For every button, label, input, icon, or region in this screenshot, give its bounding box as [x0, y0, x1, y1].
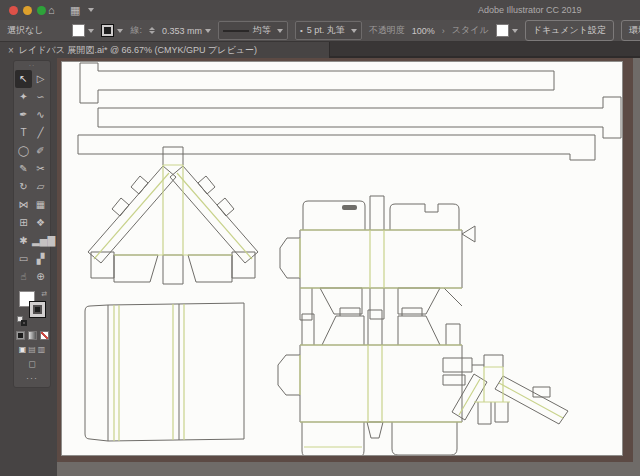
piece-tray-carton-top[interactable]: [280, 196, 475, 320]
style-dropdown[interactable]: [496, 24, 518, 37]
tool-ellipse[interactable]: ◯: [15, 142, 32, 160]
zoom-window-button[interactable]: [37, 6, 46, 15]
stroke-label: 線:: [130, 24, 142, 37]
preferences-button[interactable]: 環境設定: [621, 20, 640, 41]
document-tab[interactable]: × レイドバス 展開図.ai* @ 66.67% (CMYK/GPU プレビュー…: [0, 42, 330, 58]
pasteboard[interactable]: [57, 58, 633, 462]
piece-sleeve-wrap[interactable]: [85, 303, 244, 441]
tool-hand[interactable]: ☝: [15, 268, 32, 286]
stroke-width-value[interactable]: 0.353 mm: [162, 26, 202, 36]
opacity-more-icon[interactable]: ›: [442, 26, 445, 36]
default-fill-stroke-icon[interactable]: [17, 316, 27, 326]
color-type-row: [14, 331, 50, 340]
opacity-value[interactable]: 100%: [412, 26, 435, 36]
none-button[interactable]: [40, 331, 49, 340]
fill-swatch[interactable]: [72, 24, 85, 37]
stroke-swatch[interactable]: [101, 24, 114, 37]
horizontal-scrollbar[interactable]: [57, 462, 640, 476]
tool-type[interactable]: T: [15, 124, 32, 142]
tool-lasso[interactable]: ∽: [32, 88, 49, 106]
control-bar: 選択なし 線: 0.353 mm 均等 • 5 pt. 丸筆 不透明度 100%…: [0, 20, 640, 42]
piece-strap-long[interactable]: [78, 135, 595, 160]
chevron-down-icon: [117, 29, 123, 33]
fill-stroke-cluster: ⇄: [14, 290, 50, 328]
style-label: スタイル: [452, 24, 489, 37]
tool-curvature[interactable]: ∿: [32, 106, 49, 124]
tool-blend[interactable]: ❖: [32, 214, 49, 232]
stroke-proxy-swatch[interactable]: [29, 301, 46, 318]
tool-pen[interactable]: ✒: [15, 106, 32, 124]
piece-tray-carton-bottom[interactable]: [278, 308, 462, 455]
piece-triangle-carton[interactable]: [88, 147, 258, 284]
close-tab-icon[interactable]: ×: [8, 45, 14, 56]
tool-paintbrush[interactable]: ✐: [32, 142, 49, 160]
stroke-profile-preview: [223, 30, 249, 32]
edit-toolbar-button[interactable]: ···: [26, 373, 38, 383]
screen-mode-icon[interactable]: ◻: [28, 359, 35, 369]
tool-pencil[interactable]: ✎: [15, 160, 32, 178]
artboard-switcher-icon[interactable]: ▦: [70, 3, 80, 17]
chevron-down-icon: [88, 29, 94, 33]
chevron-down-icon: [512, 29, 518, 33]
tool-symbol-sprayer[interactable]: ✱: [15, 232, 32, 250]
tool-width[interactable]: ⋈: [15, 196, 32, 214]
chevron-down-icon: [351, 29, 357, 33]
tool-grid: ↖▷✦∽✒∿T╱◯✐✎✂↻▱⋈▦⊞❖✱▂▅▇▭▞☝⊕: [14, 70, 50, 286]
document-tab-title: レイドバス 展開図.ai* @ 66.67% (CMYK/GPU プレビュー): [19, 44, 257, 57]
draw-behind-mode-icon[interactable]: ▤: [28, 345, 36, 354]
home-icon[interactable]: ⌂: [48, 3, 55, 17]
drawing-modes-row: ▣ ▤ ▥: [14, 345, 50, 354]
tool-scale[interactable]: ▱: [32, 178, 49, 196]
piece-strap-right-tab[interactable]: [98, 97, 621, 138]
brush-preview-dot: •: [300, 26, 303, 35]
chevron-down-icon[interactable]: [88, 8, 94, 12]
color-button[interactable]: [16, 331, 25, 340]
tool-slice[interactable]: ▞: [32, 250, 49, 268]
document-setup-button[interactable]: ドキュメント設定: [525, 20, 614, 41]
tool-dock: ·· ↖▷✦∽✒∿T╱◯✐✎✂↻▱⋈▦⊞❖✱▂▅▇▭▞☝⊕ ⇄ ▣: [0, 58, 57, 476]
stroke-color-dropdown[interactable]: [101, 24, 123, 37]
main-area: ·· ↖▷✦∽✒∿T╱◯✐✎✂↻▱⋈▦⊞❖✱▂▅▇▭▞☝⊕ ⇄ ▣: [0, 58, 640, 476]
artboard[interactable]: [62, 62, 622, 455]
fill-color-dropdown[interactable]: [72, 24, 94, 37]
window-title: Adobe Illustrator CC 2019: [478, 5, 582, 15]
stroke-width-stepper[interactable]: [149, 27, 155, 34]
tab-bar: × レイドバス 展開図.ai* @ 66.67% (CMYK/GPU プレビュー…: [0, 42, 640, 58]
brush-value: 5 pt. 丸筆: [307, 24, 345, 37]
piece-strap-left-tab[interactable]: [80, 63, 554, 103]
tool-selection[interactable]: ↖: [15, 70, 32, 88]
brush-dropdown[interactable]: • 5 pt. 丸筆: [295, 21, 362, 40]
chevron-down-icon: [277, 29, 283, 33]
tool-panel: ·· ↖▷✦∽✒∿T╱◯✐✎✂↻▱⋈▦⊞❖✱▂▅▇▭▞☝⊕ ⇄ ▣: [13, 60, 51, 388]
dieline-artwork: [62, 62, 622, 455]
titlebar: ⌂ ▦ Adobe Illustrator CC 2019: [0, 0, 640, 20]
minimize-window-button[interactable]: [23, 6, 32, 15]
tool-zoom[interactable]: ⊕: [32, 268, 49, 286]
illustrator-window: ⌂ ▦ Adobe Illustrator CC 2019 選択なし 線: 0.…: [0, 0, 640, 476]
tool-shape-builder[interactable]: ⊞: [15, 214, 32, 232]
tool-column-graph[interactable]: ▂▅▇: [32, 232, 49, 250]
chevron-down-icon: [205, 29, 211, 33]
stroke-profile-value: 均等: [253, 24, 271, 37]
canvas-scroll-area[interactable]: [57, 58, 640, 476]
tool-scissors[interactable]: ✂: [32, 160, 49, 178]
tool-magic-wand[interactable]: ✦: [15, 88, 32, 106]
gradient-button[interactable]: [28, 331, 37, 340]
draw-normal-mode-icon[interactable]: ▣: [19, 345, 27, 354]
selection-status: 選択なし: [7, 24, 43, 37]
opacity-label: 不透明度: [369, 24, 405, 37]
vertical-scrollbar[interactable]: [633, 58, 640, 462]
style-swatch[interactable]: [496, 24, 509, 37]
tool-line-segment[interactable]: ╱: [32, 124, 49, 142]
swap-fill-stroke-icon[interactable]: ⇄: [41, 290, 47, 298]
stroke-profile-dropdown[interactable]: 均等: [218, 21, 288, 40]
draw-inside-mode-icon[interactable]: ▥: [38, 345, 46, 354]
close-window-button[interactable]: [9, 6, 18, 15]
tool-artboard[interactable]: ▭: [15, 250, 32, 268]
tool-rotate[interactable]: ↻: [15, 178, 32, 196]
stroke-width-dropdown[interactable]: 0.353 mm: [162, 26, 211, 36]
tool-free-transform[interactable]: ▦: [32, 196, 49, 214]
tool-direct-selection[interactable]: ▷: [32, 70, 49, 88]
panel-drag-handle[interactable]: ··: [14, 61, 50, 70]
